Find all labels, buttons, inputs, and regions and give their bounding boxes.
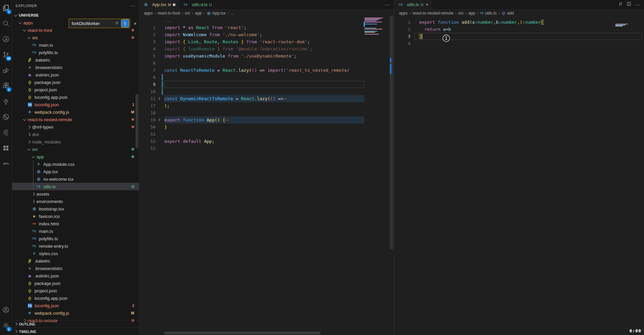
tree-file-favicon.ico[interactable]: ★favicon.ico <box>12 213 139 220</box>
gutter: ❯ <box>156 95 164 102</box>
code-line-17: 17); <box>139 102 394 109</box>
tree-file-polyfills.ts[interactable]: TSpolyfills.ts <box>12 235 139 242</box>
source-control-icon[interactable]: 38 <box>0 47 12 62</box>
explorer-more-actions-icon[interactable]: ··· <box>130 3 136 8</box>
tree-find-box[interactable]: forkDtsWorker <box>69 19 130 28</box>
fuzzy-search-icon[interactable] <box>121 20 129 27</box>
code-line-5: 5import useDynamicModule from './useDyna… <box>139 52 394 60</box>
more-actions-icon[interactable]: ··· <box>385 2 390 7</box>
chevron-down-icon <box>27 36 31 39</box>
tree-file-tsconfig.json[interactable]: TStsconfig.json1 <box>12 101 139 108</box>
tree-file-.eslintrc.json[interactable]: ◉.eslintrc.json <box>12 272 139 280</box>
git-graph-icon[interactable] <box>0 109 12 125</box>
search-icon[interactable] <box>0 16 12 31</box>
tab-App.tsx[interactable]: App.tsxM <box>139 0 179 9</box>
filter-icon[interactable] <box>113 20 121 27</box>
explorer-icon[interactable]: 1 <box>0 0 12 16</box>
breadcrumb-add[interactable]: add <box>501 11 514 16</box>
git-status-dot <box>132 148 134 151</box>
tree-file-.browserslistrc[interactable]: ≡.browserslistrc <box>12 265 139 272</box>
tree-file-index.html[interactable]: <>index.html <box>12 220 139 227</box>
open-changes-icon[interactable] <box>618 1 623 8</box>
wave-tool-icon[interactable] <box>0 156 12 171</box>
gutter <box>156 17 164 24</box>
tree-file-remote-entry.ts[interactable]: TSremote-entry.ts <box>12 242 139 250</box>
code-area-left[interactable]: ...1import * as React from 'react';2impo… <box>139 17 394 152</box>
testing-icon[interactable] <box>0 93 12 109</box>
tree-file-.browserslistrc[interactable]: ≡.browserslistrc <box>12 64 139 71</box>
explorer-badge: 1 <box>6 9 11 14</box>
tree-file-.babelrc[interactable]: β.babelrc <box>12 257 139 265</box>
tree-file-styles.css[interactable]: #styles.css <box>12 250 139 257</box>
tree-file-.eslintrc.json[interactable]: ◉.eslintrc.json <box>12 71 139 79</box>
breadcrumb-app[interactable]: app <box>195 11 202 16</box>
vertical-scrollbar-left[interactable] <box>390 16 393 249</box>
fold-chevron-icon[interactable]: ❯ <box>158 96 161 100</box>
dirty-indicator-icon[interactable] <box>173 3 175 6</box>
tree-file-tsconfig.app.json[interactable]: {}tsconfig.app.json <box>12 294 139 302</box>
breadcrumb-app[interactable]: app <box>468 11 475 16</box>
extensions-icon[interactable]: 3 <box>0 78 12 93</box>
outline-panel-header[interactable]: OUTLINE <box>12 320 139 328</box>
tree-folder-src[interactable]: src <box>12 146 139 153</box>
tree-file-project.json[interactable]: {}project.json <box>12 287 139 294</box>
hex-tool-icon[interactable] <box>0 125 12 140</box>
tree-file-.babelrc[interactable]: β.babelrc <box>12 56 139 64</box>
breadcrumb-react-ts-host[interactable]: react-ts-host <box>158 11 180 16</box>
tree-file-main.ts[interactable]: TSmain.ts <box>12 227 139 235</box>
minimap-left[interactable] <box>364 18 388 36</box>
horizontal-scrollbar-left[interactable] <box>164 332 320 334</box>
tree-file-App.tsx[interactable]: App.tsx <box>12 168 139 175</box>
split-editor-icon[interactable] <box>626 1 631 8</box>
remote-explorer-icon[interactable] <box>0 31 12 47</box>
tree-file-bootstrap.tsx[interactable]: bootstrap.tsx <box>12 205 139 213</box>
tree-file-project.json[interactable]: {}project.json <box>12 86 139 93</box>
sidebar-scrollbar[interactable] <box>136 94 138 148</box>
tree-folder-src[interactable]: src <box>12 34 139 41</box>
tree-folder-react-ts-nested-remote[interactable]: react-ts-nested-remote <box>12 116 139 123</box>
tree-item-label: .babelrc <box>34 259 50 264</box>
timeline-panel-header[interactable]: TIMELINE <box>12 328 139 335</box>
tab-utils.ts[interactable]: TSutils.tsU× <box>394 0 432 9</box>
run-debug-icon[interactable] <box>0 62 12 78</box>
tree-find-input[interactable]: forkDtsWorker <box>72 21 113 26</box>
tree-folder-@mf-types[interactable]: @mf-types <box>12 123 139 131</box>
breadcrumb-App.tsx[interactable]: App.tsx <box>207 11 226 16</box>
tree-folder-dist[interactable]: dist <box>12 131 139 138</box>
code-area-right[interactable]: 1export function add(a:number,b:number,)… <box>394 19 644 47</box>
tree-file-polyfills.ts[interactable]: TSpolyfills.ts <box>12 49 139 56</box>
workspace-header[interactable]: UNIVERSE <box>12 12 139 19</box>
close-icon[interactable]: × <box>426 2 428 7</box>
tree-file-webpack.config.js[interactable]: ❖webpack.config.jsM <box>12 309 139 317</box>
tree-file-tsconfig.app.json[interactable]: {}tsconfig.app.json <box>12 93 139 101</box>
tree-file-App.module.css[interactable]: #App.module.css <box>12 160 139 168</box>
breadcrumb-apps[interactable]: apps <box>144 11 153 16</box>
breadcrumb-...[interactable]: ... <box>231 11 234 16</box>
breadcrumb-src[interactable]: src <box>185 11 190 16</box>
tree-folder-environments[interactable]: environments <box>12 198 139 205</box>
breadcrumb-apps[interactable]: apps <box>399 11 408 16</box>
account-icon[interactable] <box>0 302 12 317</box>
tree-file-main.ts[interactable]: TSmain.ts <box>12 41 139 49</box>
tree-file-package.json[interactable]: {}package.json <box>12 79 139 86</box>
tree-file-utils.ts[interactable]: TSutils.tsU <box>12 183 139 190</box>
settings-icon[interactable]: 1 <box>0 317 12 333</box>
code-line-50: 50} <box>139 124 394 131</box>
tree-folder-assets[interactable]: assets <box>12 190 139 198</box>
tree-folder-app[interactable]: app <box>12 153 139 160</box>
breadcrumb-utils.ts[interactable]: TSutils.ts <box>480 11 497 16</box>
fold-chevron-icon[interactable]: ❯ <box>158 117 161 122</box>
mouse-text-cursor <box>442 34 451 43</box>
grid-tool-icon[interactable] <box>0 140 12 156</box>
tree-file-package.json[interactable]: {}package.json <box>12 280 139 287</box>
breadcrumb-react-ts-nested-remote[interactable]: react-ts-nested-remote <box>412 11 453 16</box>
close-icon[interactable]: × <box>132 21 138 26</box>
minimap-right[interactable] <box>615 24 629 28</box>
tree-file-webpack.config.js[interactable]: ❖webpack.config.jsM <box>12 108 139 116</box>
more-actions-icon[interactable]: ··· <box>635 2 641 7</box>
tree-folder-node_modules[interactable]: node_modules <box>12 138 139 146</box>
tab-utils.d.ts[interactable]: TSutils.d.tsU <box>179 0 216 9</box>
breadcrumb-src[interactable]: src <box>458 11 463 16</box>
tree-file-tsconfig.json[interactable]: TStsconfig.json2 <box>12 302 139 309</box>
tree-file-nx-welcome.tsx[interactable]: nx-welcome.tsx <box>12 175 139 183</box>
